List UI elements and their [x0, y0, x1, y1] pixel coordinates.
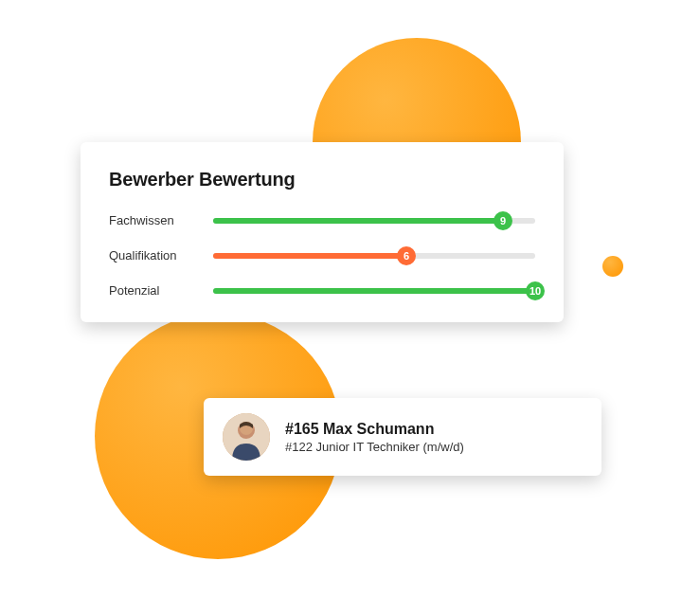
rating-label: Potenzial	[109, 283, 213, 298]
slider-thumb[interactable]: 6	[397, 246, 416, 265]
candidate-name: #165 Max Schumann	[285, 421, 464, 438]
slider-fill	[213, 218, 503, 224]
rating-row-fachwissen: Fachwissen 9	[109, 213, 535, 227]
candidate-card[interactable]: #165 Max Schumann #122 Junior IT Technik…	[204, 398, 601, 476]
decorative-circle-small	[602, 256, 623, 277]
rating-row-potenzial: Potenzial 10	[109, 283, 535, 298]
rating-card: Bewerber Bewertung Fachwissen 9 Qualifik…	[81, 142, 564, 322]
candidate-info: #165 Max Schumann #122 Junior IT Technik…	[285, 421, 464, 454]
rating-slider-fachwissen[interactable]: 9	[213, 218, 535, 224]
slider-thumb[interactable]: 10	[526, 281, 545, 300]
rating-label: Qualifikation	[109, 248, 213, 263]
rating-slider-potenzial[interactable]: 10	[213, 288, 535, 294]
slider-thumb[interactable]: 9	[494, 211, 512, 230]
rating-slider-qualifikation[interactable]: 6	[213, 253, 535, 259]
slider-fill	[213, 288, 535, 294]
rating-row-qualifikation: Qualifikation 6	[109, 248, 535, 263]
rating-title: Bewerber Bewertung	[109, 169, 535, 190]
slider-fill	[213, 253, 406, 259]
rating-label: Fachwissen	[109, 213, 213, 227]
avatar	[223, 413, 270, 461]
candidate-role: #122 Junior IT Techniker (m/w/d)	[285, 440, 464, 454]
